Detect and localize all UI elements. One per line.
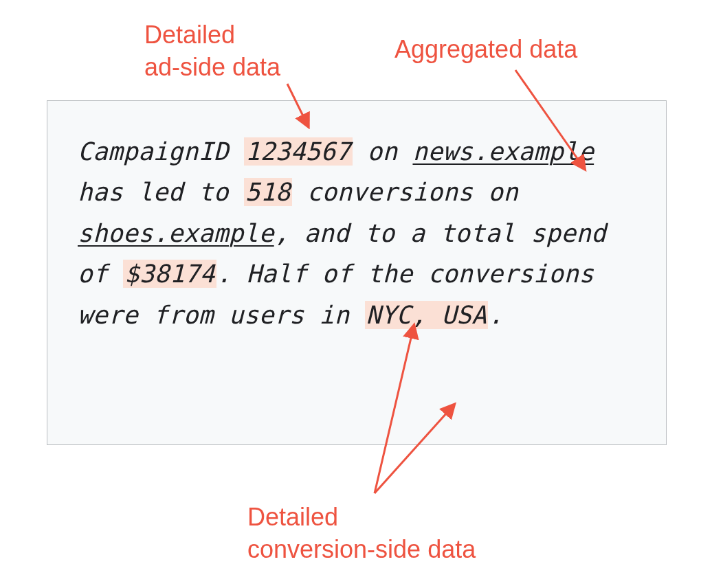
text-fragment: on xyxy=(353,137,413,166)
label-line: conversion-side data xyxy=(247,535,476,563)
text-fragment: conversions on xyxy=(292,178,519,206)
link-site-shoes: shoes.example xyxy=(78,219,274,247)
text-fragment: CampaignID xyxy=(78,137,244,166)
example-sentence: CampaignID 1234567 on news.example has l… xyxy=(78,131,636,335)
text-fragment: has led to xyxy=(78,178,244,206)
highlight-campaign-id: 1234567 xyxy=(244,137,353,166)
label-detailed-ad-side: Detailed ad-side data xyxy=(144,19,280,84)
highlight-spend: $38174 xyxy=(123,260,216,288)
label-aggregated-data: Aggregated data xyxy=(394,34,577,66)
link-site-news: news.example xyxy=(412,137,594,166)
label-line: Detailed xyxy=(247,503,338,531)
example-box: CampaignID 1234567 on news.example has l… xyxy=(47,100,667,445)
text-fragment: . xyxy=(488,301,503,329)
label-line: ad-side data xyxy=(144,53,280,81)
label-line: Detailed xyxy=(144,21,235,49)
highlight-location: NYC, USA xyxy=(365,301,489,329)
label-line: Aggregated data xyxy=(394,35,577,63)
label-detailed-conversion-side: Detailed conversion-side data xyxy=(247,501,476,566)
highlight-conversions: 518 xyxy=(244,178,292,206)
